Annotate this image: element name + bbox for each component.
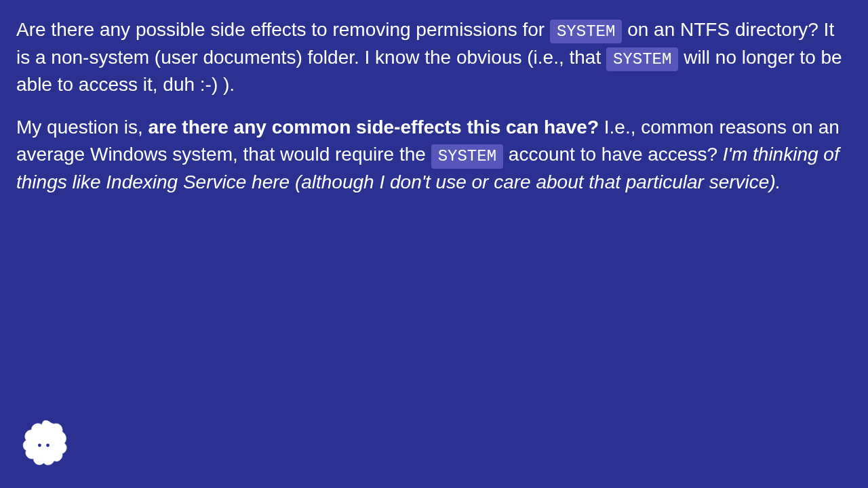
- svg-point-1: [46, 444, 50, 447]
- paragraph-1: Are there any possible side effects to r…: [16, 16, 852, 99]
- paragraph-2: My question is, are there any common sid…: [16, 114, 852, 197]
- code-system: SYSTEM: [606, 47, 678, 71]
- question-body: Are there any possible side effects to r…: [0, 0, 868, 197]
- avatar: [19, 418, 71, 469]
- text: account to have access?: [503, 144, 723, 165]
- text: My question is,: [16, 117, 149, 138]
- code-system: SYSTEM: [431, 144, 503, 168]
- code-system: SYSTEM: [550, 20, 622, 43]
- avatar-icon: [19, 418, 71, 469]
- emphasis-question: are there any common side-effects this c…: [149, 117, 599, 138]
- text: Are there any possible side effects to r…: [16, 19, 550, 40]
- svg-point-0: [38, 444, 41, 447]
